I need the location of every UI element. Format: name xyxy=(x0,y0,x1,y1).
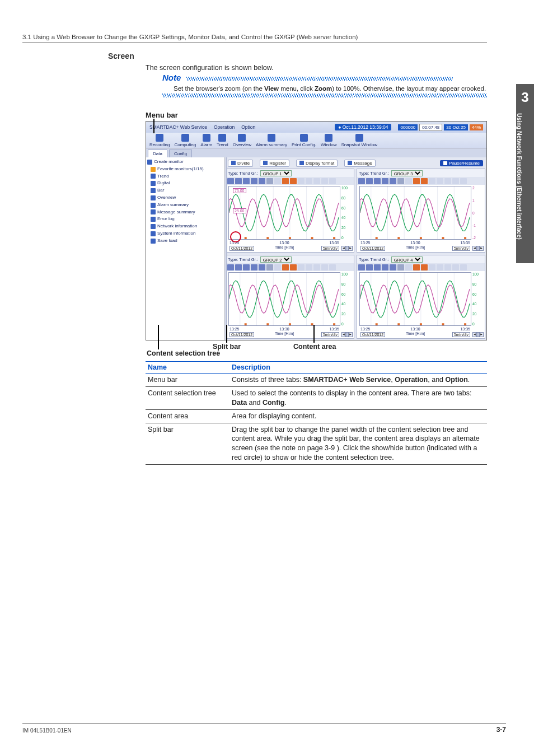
ic-computing[interactable]: Computing xyxy=(174,134,196,147)
tab-option[interactable]: Option xyxy=(241,124,255,130)
note-text-2: menu, click xyxy=(279,85,315,92)
panel-tool-button[interactable] xyxy=(259,264,265,270)
ic-recording[interactable]: Recording xyxy=(149,134,170,147)
panel-tool-button[interactable] xyxy=(366,178,373,184)
panel-tool-button[interactable] xyxy=(274,178,281,184)
btn-display-format[interactable]: Display format xyxy=(296,160,338,167)
panel-tool-button[interactable] xyxy=(413,178,420,184)
panel-tool-button[interactable] xyxy=(444,178,451,184)
panel-tool-button[interactable] xyxy=(259,178,265,184)
panel-header: Type: Trend Gr.:GROUP 4 xyxy=(357,255,485,263)
panel-tool-button[interactable] xyxy=(329,264,336,270)
tab-smartdac[interactable]: SMARTDAC+ Web Service xyxy=(149,124,207,130)
panel-tool-button[interactable] xyxy=(382,178,388,184)
group-select[interactable]: GROUP 1 xyxy=(260,170,292,176)
panel-tool-button[interactable] xyxy=(390,264,396,270)
panel-tool-button[interactable] xyxy=(413,264,420,270)
panel-scroller[interactable]: ◄► xyxy=(472,246,484,251)
btn-divide[interactable]: Divide xyxy=(228,160,253,167)
panel-tool-button[interactable] xyxy=(243,178,250,184)
footer-page-number: 3-7 xyxy=(496,726,506,734)
split-bar[interactable] xyxy=(226,157,227,340)
panel-tool-button[interactable] xyxy=(358,178,365,184)
panel-tool-button[interactable] xyxy=(306,178,312,184)
note-title: Note xyxy=(162,73,181,82)
panel-tool-button[interactable] xyxy=(227,178,234,184)
panel-tool-button[interactable] xyxy=(266,178,273,184)
panel-tool-button[interactable] xyxy=(321,264,328,270)
svg-rect-41 xyxy=(420,323,422,325)
trend-chart xyxy=(359,186,471,240)
panel-tool-button[interactable] xyxy=(235,264,242,270)
group-select[interactable]: GROUP 2 xyxy=(260,256,292,263)
panel-tool-button[interactable] xyxy=(437,264,443,270)
content-selection-tree[interactable]: Create monitor Favorite monitors(1/15) T… xyxy=(146,157,224,340)
tab-data[interactable]: Data xyxy=(148,150,167,157)
panel-tool-button[interactable] xyxy=(235,178,242,184)
panel-tool-button[interactable] xyxy=(452,264,459,270)
panel-tool-button[interactable] xyxy=(313,178,320,184)
panel-tool-button[interactable] xyxy=(274,264,281,270)
panel-tool-button[interactable] xyxy=(366,264,373,270)
panel-tool-button[interactable] xyxy=(227,264,234,270)
panel-tool-button[interactable] xyxy=(405,264,412,270)
panel-tool-button[interactable] xyxy=(437,178,443,184)
ic-alarm-summary[interactable]: Alarm summary xyxy=(256,134,287,147)
panel-tool-button[interactable] xyxy=(390,178,396,184)
panel-tool-button[interactable] xyxy=(358,264,365,270)
panel-tool-button[interactable] xyxy=(290,264,297,270)
panel-tool-button[interactable] xyxy=(266,264,273,270)
panel-tool-button[interactable] xyxy=(421,264,428,270)
btn-register[interactable]: Register xyxy=(260,160,289,167)
panel-tool-button[interactable] xyxy=(452,178,459,184)
panel-tool-button[interactable] xyxy=(321,178,328,184)
panel-header: Type: Trend Gr.:GROUP 2 xyxy=(226,255,354,263)
ic-trend[interactable]: Trend xyxy=(217,134,228,147)
panel-tool-button[interactable] xyxy=(243,264,250,270)
group-select[interactable]: GROUP 4 xyxy=(391,256,423,263)
red-circle-annotation xyxy=(230,231,241,242)
side-tab: 3 Using Network Functions (Ethernet inte… xyxy=(516,84,534,263)
panel-tool-button[interactable] xyxy=(251,264,257,270)
callout-line xyxy=(153,119,154,133)
tab-config[interactable]: Config xyxy=(169,150,192,157)
panel-tool-button[interactable] xyxy=(397,178,404,184)
panel-tool-button[interactable] xyxy=(421,178,428,184)
panel-scroller[interactable]: ◄► xyxy=(341,246,353,251)
panel-tool-button[interactable] xyxy=(251,178,257,184)
callout-line xyxy=(158,325,159,349)
ic-window[interactable]: Window xyxy=(321,134,336,147)
table-header-name: Name xyxy=(146,362,229,374)
panel-tool-button[interactable] xyxy=(298,264,305,270)
panel-group-3: Type: Trend Gr.:GROUP 3210-1-213:2513:30… xyxy=(357,169,485,253)
panel-tool-button[interactable] xyxy=(329,178,336,184)
panel-tool-button[interactable] xyxy=(429,178,435,184)
panel-tool-button[interactable] xyxy=(298,178,305,184)
panel-tool-button[interactable] xyxy=(282,178,289,184)
panel-tool-button[interactable] xyxy=(460,264,467,270)
panel-tool-button[interactable] xyxy=(306,264,312,270)
value-label: 25.00 xyxy=(233,208,246,213)
btn-pause-resume[interactable]: Pause/Resume xyxy=(440,160,483,166)
panel-tool-button[interactable] xyxy=(460,178,467,184)
panel-tool-button[interactable] xyxy=(313,264,320,270)
ic-overview[interactable]: Overview xyxy=(233,134,251,147)
group-select[interactable]: GROUP 3 xyxy=(391,170,423,176)
panel-tool-button[interactable] xyxy=(397,264,404,270)
btn-message[interactable]: Message xyxy=(344,160,375,167)
panel-tool-button[interactable] xyxy=(290,178,297,184)
panel-tool-button[interactable] xyxy=(374,264,381,270)
panel-tool-button[interactable] xyxy=(444,264,451,270)
panel-tool-button[interactable] xyxy=(429,264,435,270)
panel-tool-button[interactable] xyxy=(382,264,388,270)
tab-operation[interactable]: Operation xyxy=(214,124,235,130)
panel-scroller[interactable]: ◄► xyxy=(472,332,484,337)
panel-tool-button[interactable] xyxy=(374,178,381,184)
panel-tool-button[interactable] xyxy=(282,264,289,270)
panel-tool-button[interactable] xyxy=(405,178,412,184)
value-label: 75.00 xyxy=(233,188,246,193)
panel-scroller[interactable]: ◄► xyxy=(341,332,353,337)
ic-snapshot[interactable]: Snapshot Window xyxy=(341,134,377,147)
ic-alarm[interactable]: Alarm xyxy=(200,134,212,147)
ic-print-config[interactable]: Print Config. xyxy=(292,134,316,147)
